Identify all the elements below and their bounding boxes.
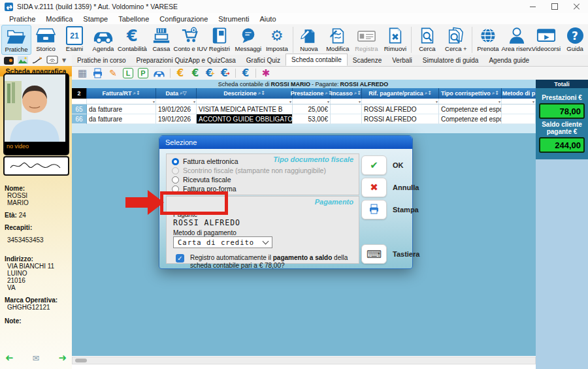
indirizzo-line: 21016 bbox=[5, 277, 67, 284]
menu-tabellone[interactable]: Tabellone bbox=[113, 15, 154, 23]
checkbox-checked-icon[interactable]: ✓ bbox=[176, 254, 184, 263]
tab-agenda-guide[interactable]: Agenda guide bbox=[483, 56, 534, 66]
col-data[interactable]: Data⌕▽ bbox=[156, 88, 197, 99]
col-incasso[interactable]: Incasso⌕↕ bbox=[331, 88, 362, 99]
tab-pratiche-in-corso[interactable]: Pratiche in corso bbox=[72, 56, 131, 66]
toolbar-messaggi[interactable]: Messaggi bbox=[234, 25, 263, 55]
col-descrizione[interactable]: Descrizione⌕↕ bbox=[197, 88, 293, 99]
col-fattura[interactable]: Fattura/RT⌕↕ bbox=[87, 88, 156, 99]
tab-preparazioni-quiz[interactable]: Preparazioni QuizApp e QuizCasa bbox=[131, 56, 240, 66]
close-icon bbox=[574, 3, 580, 10]
table-row[interactable]: 65 da fatturare 19/01/2026 VISITA MEDICA… bbox=[72, 104, 536, 114]
printer-icon bbox=[368, 204, 380, 216]
next-arrow-icon[interactable]: ➜ bbox=[58, 352, 67, 364]
tab-scadenze[interactable]: Scadenze bbox=[348, 56, 387, 66]
grid-icon[interactable]: ▦ bbox=[77, 67, 88, 79]
signature-pen-icon[interactable] bbox=[32, 56, 42, 65]
screen-share-icon[interactable] bbox=[46, 56, 58, 65]
toolbar-storico[interactable]: Storico bbox=[31, 25, 60, 55]
prev-arrow-icon[interactable]: ➜ bbox=[5, 352, 14, 364]
toolbar-cerca-plus[interactable]: Cerca + bbox=[442, 25, 470, 55]
auto-payment-checkbox-row[interactable]: ✓ Registro automaticamente il pagamento … bbox=[176, 254, 351, 270]
annulla-button[interactable]: ✖ Annulla bbox=[361, 178, 419, 197]
payment-method-select[interactable]: Carta di credito bbox=[173, 236, 272, 248]
letter-l-icon[interactable]: L bbox=[123, 67, 133, 79]
toolbar-imposta[interactable]: ⚙ Imposta bbox=[263, 25, 291, 55]
toolbar-conto-iuv[interactable]: Conto e IUV bbox=[176, 25, 205, 55]
euro-add-icon[interactable]: €+ bbox=[205, 67, 216, 79]
pencil-icon[interactable]: ✎ bbox=[108, 67, 118, 79]
scrollbar-thumb[interactable] bbox=[75, 359, 87, 362]
eta-value: 24 bbox=[19, 212, 26, 219]
close-button[interactable] bbox=[566, 0, 588, 13]
horizontal-scrollbar[interactable] bbox=[72, 357, 536, 364]
euro-invoice-icon[interactable]: € bbox=[175, 67, 186, 79]
toolbar-rimuovi[interactable]: Rimuovi bbox=[381, 25, 410, 55]
col-prestazione[interactable]: Prestazione⌕↕ bbox=[293, 88, 331, 99]
webcam-icon[interactable] bbox=[4, 57, 14, 65]
search-document-icon bbox=[419, 26, 436, 45]
menu-aiuto[interactable]: Aiuto bbox=[254, 15, 281, 23]
euro-plain-icon[interactable]: € bbox=[240, 67, 251, 79]
toolbar-area-riservata[interactable]: Area riserv. bbox=[502, 25, 532, 55]
pagante-value: ROSSI ALFREDO bbox=[173, 218, 240, 227]
toolbar-pratiche[interactable]: Pratiche bbox=[1, 25, 31, 55]
table-cell: 53,00€ bbox=[293, 114, 331, 124]
toolbar-nuova[interactable]: Nuova bbox=[295, 25, 323, 55]
toolbar-guida[interactable]: ? Guida bbox=[561, 25, 588, 55]
tab-verbali[interactable]: Verbali bbox=[387, 56, 417, 66]
table-cell bbox=[331, 114, 362, 124]
minimize-button[interactable] bbox=[521, 0, 544, 13]
toolbar-agenda[interactable]: Agenda bbox=[89, 25, 118, 55]
print-icon[interactable] bbox=[92, 67, 103, 79]
tab-simulatore-guida[interactable]: Simulatore di guida bbox=[417, 56, 484, 66]
tastiera-button[interactable]: ⌨ Tastiera bbox=[361, 244, 419, 264]
maximize-button[interactable] bbox=[544, 0, 566, 13]
filter-row[interactable]: ▾▾▾ ▾▾▾▾▾ bbox=[72, 99, 536, 104]
toolbar-esami[interactable]: 21 Esami bbox=[60, 25, 89, 55]
menu-pratiche[interactable]: Pratiche bbox=[4, 15, 41, 23]
toolbar-modifica-doc[interactable]: Modifica bbox=[323, 25, 352, 55]
row-number: 66 bbox=[72, 114, 87, 124]
minimize-icon bbox=[530, 7, 536, 7]
tab-bar: Pratiche in corso Preparazioni QuizApp e… bbox=[72, 55, 588, 67]
send-mail-icon[interactable]: ✉ bbox=[33, 353, 40, 363]
menu-stampe[interactable]: Stampe bbox=[78, 15, 113, 23]
ok-button[interactable]: ✔ OK bbox=[361, 155, 404, 175]
car-small-icon[interactable] bbox=[153, 67, 165, 79]
table-cell: VISITA MEDICA PATENTE B bbox=[197, 104, 293, 114]
table-row[interactable]: 66 da fatturare 19/01/2026 ACCONTO GUIDE… bbox=[72, 114, 536, 124]
tab-grafici-quiz[interactable]: Grafici Quiz bbox=[241, 56, 286, 66]
letter-p-icon[interactable]: P bbox=[138, 67, 148, 79]
toolbar-videocorsi[interactable]: Videocorsi bbox=[532, 25, 561, 55]
table-cell bbox=[502, 104, 536, 114]
col-metodo[interactable]: Metodo di p bbox=[502, 88, 536, 99]
toolbar-cassa[interactable]: Cassa bbox=[147, 25, 176, 55]
menu-strumenti[interactable]: Strumenti bbox=[213, 15, 254, 23]
asterisk-icon[interactable]: ✱ bbox=[261, 67, 271, 79]
remove-document-icon bbox=[387, 26, 404, 45]
euro-receipt-icon[interactable]: € bbox=[190, 67, 201, 79]
nome-label: Nome: bbox=[5, 185, 67, 192]
toolbar-registri[interactable]: Registri bbox=[205, 25, 234, 55]
indirizzo-line: VA bbox=[5, 284, 67, 291]
stampa-button[interactable]: Stampa bbox=[361, 200, 419, 219]
radio-ricevuta-fiscale[interactable]: Ricevuta fiscale bbox=[172, 175, 359, 184]
menu-configurazione[interactable]: Configurazione bbox=[154, 15, 213, 23]
toolbar-contabilita[interactable]: € Contabilità bbox=[118, 25, 147, 55]
annotation-highlight-box bbox=[160, 191, 228, 215]
dialog-title[interactable]: Selezione bbox=[159, 136, 412, 149]
col-rif-pagante[interactable]: Rif. pagante/pratica⌕↕ bbox=[362, 88, 439, 99]
photo-icon[interactable] bbox=[18, 56, 28, 65]
table-cell: 19/01/2026 bbox=[156, 104, 197, 114]
maximize-icon bbox=[551, 3, 558, 10]
euro-transfer-icon[interactable]: €➜ bbox=[220, 67, 231, 79]
toolbar-cerca[interactable]: Cerca bbox=[413, 25, 442, 55]
toolbar-prenota[interactable]: Prenota bbox=[474, 25, 502, 55]
col-tipo-corrispettivo[interactable]: Tipo corrispettivo⌕↕ bbox=[439, 88, 502, 99]
tab-scheda-contabile[interactable]: Scheda contabile bbox=[286, 54, 348, 66]
chevron-down-icon[interactable]: ▼ bbox=[62, 57, 66, 63]
book-icon bbox=[211, 26, 228, 45]
menu-modifica[interactable]: Modifica bbox=[41, 15, 78, 23]
recapiti-value: 3453453453 bbox=[5, 236, 67, 244]
